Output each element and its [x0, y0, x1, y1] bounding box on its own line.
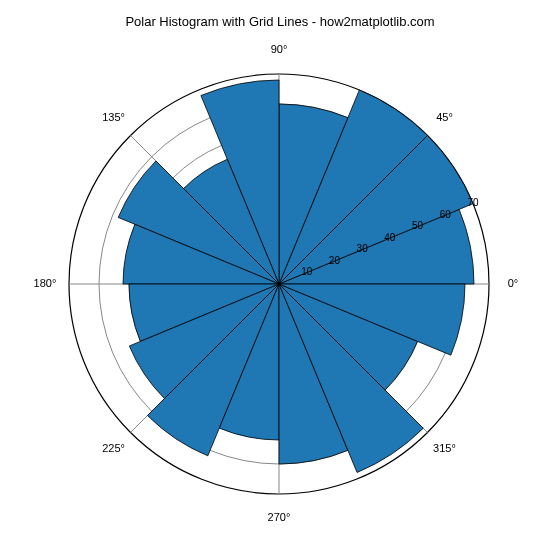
radial-tick-label: 20	[329, 255, 341, 266]
angle-tick-label: 270°	[268, 511, 291, 523]
radial-tick-label: 30	[357, 243, 369, 254]
radial-tick-label: 10	[301, 266, 313, 277]
bars	[118, 80, 474, 472]
angle-tick-label: 135°	[102, 111, 125, 123]
angle-tick-label: 90°	[271, 43, 288, 55]
angle-tick-label: 180°	[34, 277, 57, 289]
angle-tick-label: 315°	[433, 442, 456, 454]
polar-histogram: 102030405060700°45°90°135°180°225°270°31…	[0, 0, 560, 560]
radial-tick-label: 50	[412, 220, 424, 231]
radial-tick-label: 40	[384, 232, 396, 243]
angle-tick-label: 45°	[436, 111, 453, 123]
angle-tick-label: 0°	[508, 277, 519, 289]
radial-tick-label: 60	[440, 209, 452, 220]
radial-tick-label: 70	[467, 197, 479, 208]
angle-tick-label: 225°	[102, 442, 125, 454]
